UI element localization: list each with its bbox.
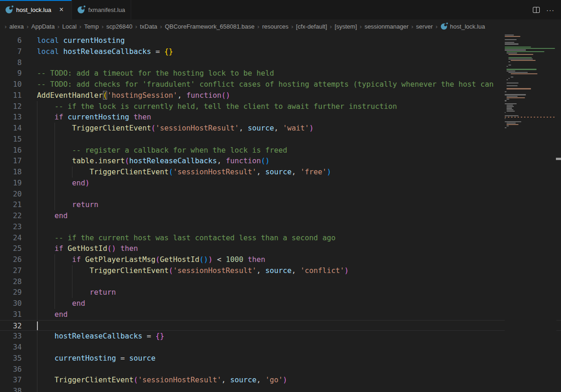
more-actions-button[interactable]: ···: [546, 6, 555, 14]
breadcrumb-item[interactable]: server: [416, 23, 433, 30]
breadcrumb-item[interactable]: sessionmanager: [364, 23, 408, 30]
indent-guide: [54, 287, 72, 298]
code-line[interactable]: 15: [0, 134, 561, 145]
line-content: return: [28, 287, 116, 298]
token: (: [103, 91, 108, 100]
code-line[interactable]: 22end: [0, 210, 561, 221]
breadcrumb-file[interactable]: host_lock.lua: [450, 23, 485, 30]
indent-guide: [37, 342, 54, 353]
minimap-line: [508, 65, 511, 65]
code-line[interactable]: 33hostReleaseCallbacks = {}: [0, 331, 561, 342]
code-line[interactable]: 23: [0, 221, 561, 232]
code-line[interactable]: 34: [0, 342, 561, 353]
code-line[interactable]: 16-- register a callback for when the lo…: [0, 145, 561, 156]
minimap-line: [507, 105, 513, 106]
code-line[interactable]: 8: [0, 57, 561, 68]
code-line[interactable]: 13if currentHosting then: [0, 112, 561, 123]
code-line[interactable]: 37TriggerClientEvent('sessionHostResult'…: [0, 374, 561, 386]
minimap[interactable]: [505, 33, 556, 392]
token: {}: [164, 47, 173, 56]
line-number: 37: [0, 374, 28, 386]
token: 'sessionHostResult': [138, 375, 222, 384]
token: source: [265, 167, 291, 176]
line-content: TriggerClientEvent('sessionHostResult', …: [28, 166, 331, 178]
token: function: [226, 156, 261, 165]
code-line[interactable]: 11AddEventHandler('hostingSession', func…: [0, 90, 561, 101]
code-line[interactable]: 21return: [0, 199, 561, 210]
code-line[interactable]: 28: [0, 276, 561, 287]
token: -- register a callback for when the lock…: [72, 146, 287, 154]
code-line[interactable]: 38: [0, 386, 561, 392]
token: -- if the current host was last contacte…: [54, 233, 336, 242]
line-content: -- TODO: add a timeout for the hosting l…: [28, 68, 274, 79]
code-line[interactable]: 26if GetPlayerLastMsg(GetHostId()) < 100…: [0, 254, 561, 265]
breadcrumb-item[interactable]: txData: [140, 23, 157, 30]
indent-guide: [37, 353, 54, 364]
code-line[interactable]: 18TriggerClientEvent('sessionHostResult'…: [0, 166, 561, 178]
code-editor[interactable]: 6local currentHosting7local hostReleaseC…: [0, 33, 561, 392]
minimap-line: [505, 35, 514, 36]
line-content: if currentHosting then: [28, 112, 151, 123]
code-line[interactable]: 6local currentHosting: [0, 35, 561, 46]
token: return: [90, 288, 116, 297]
indent-guide: [54, 155, 72, 166]
code-line[interactable]: 32: [0, 320, 561, 331]
code-line[interactable]: 25if GetHostId() then: [0, 243, 561, 254]
tab-fxmanifest.lua[interactable]: fxmanifest.lua: [72, 0, 131, 19]
line-number: 25: [0, 243, 28, 254]
code-line[interactable]: 10-- TODO: add checks for 'fraudulent' c…: [0, 79, 561, 90]
code-line[interactable]: 27TriggerClientEvent('sessionHostResult'…: [0, 265, 561, 276]
code-line[interactable]: 19end): [0, 178, 561, 189]
code-line[interactable]: 12-- if the lock is currently held, tell…: [0, 101, 561, 112]
breadcrumb-item[interactable]: [system]: [335, 23, 357, 30]
breadcrumb-item[interactable]: Temp: [84, 23, 99, 30]
line-content: -- register a callback for when the lock…: [28, 145, 287, 156]
code-line[interactable]: 20: [0, 189, 561, 200]
minimap-line: [505, 117, 555, 118]
tab-bar: host_lock.lua×fxmanifest.lua ···: [0, 0, 561, 19]
code-line[interactable]: 31end: [0, 309, 561, 320]
line-number: 31: [0, 309, 28, 320]
indent-guide: [54, 145, 72, 156]
code-line[interactable]: 17table.insert(hostReleaseCallbacks, fun…: [0, 155, 561, 166]
line-content: end: [28, 210, 68, 221]
line-number: 36: [0, 364, 28, 375]
code-line[interactable]: 14TriggerClientEvent('sessionHostResult'…: [0, 123, 561, 134]
split-editor-icon[interactable]: [533, 7, 540, 13]
line-content: [28, 189, 72, 200]
token: source: [129, 354, 156, 362]
breadcrumb-item[interactable]: AppData: [31, 23, 55, 30]
code-line[interactable]: 30end: [0, 298, 561, 309]
close-tab-icon[interactable]: ×: [57, 5, 66, 14]
tab-host_lock.lua[interactable]: host_lock.lua×: [0, 0, 72, 19]
editor-actions: ···: [533, 0, 561, 19]
code-line[interactable]: 9-- TODO: add a timeout for the hosting …: [0, 68, 561, 79]
breadcrumb-item[interactable]: alexa: [9, 23, 24, 30]
minimap-line: [507, 99, 509, 100]
token: then: [116, 244, 138, 253]
token: currentHosting: [63, 36, 125, 45]
minimap-line: [508, 57, 532, 58]
breadcrumb-item[interactable]: scp26840: [106, 23, 132, 30]
token: 'sessionHostResult': [173, 167, 257, 176]
minimap-line: [508, 78, 510, 79]
code-line[interactable]: 7local hostReleaseCallbacks = {}: [0, 46, 561, 57]
code-line[interactable]: 29return: [0, 287, 561, 298]
token: ,: [256, 167, 265, 176]
breadcrumb-item[interactable]: QBCoreFramework_658081.base: [165, 23, 254, 30]
indent-guide: [54, 276, 72, 287]
minimap-line: [507, 83, 519, 83]
code-line[interactable]: 35currentHosting = source: [0, 353, 561, 364]
breadcrumb-item[interactable]: [cfx-default]: [296, 23, 327, 30]
breadcrumb-item[interactable]: Local: [62, 23, 77, 30]
token: currentHosting: [54, 354, 116, 362]
line-number: 34: [0, 342, 28, 353]
overview-ruler-marker: [556, 158, 561, 160]
code-line[interactable]: 24-- if the current host was last contac…: [0, 232, 561, 244]
vertical-scrollbar[interactable]: [556, 33, 561, 392]
indent-guide: [37, 123, 54, 134]
line-content: end: [28, 309, 68, 320]
breadcrumb-item[interactable]: resources: [262, 23, 289, 30]
code-line[interactable]: 36: [0, 364, 561, 375]
token: hostReleaseCallbacks: [129, 156, 217, 165]
